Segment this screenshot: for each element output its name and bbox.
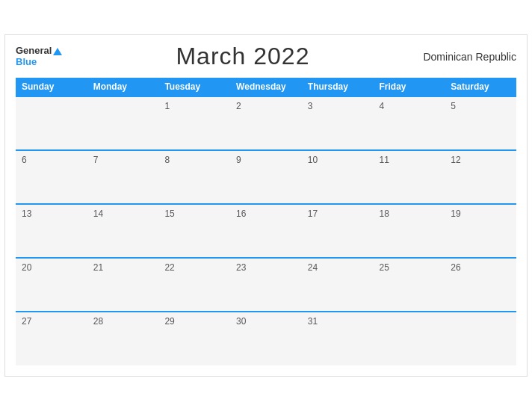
calendar-day-cell: 8 (158, 150, 230, 204)
calendar-day-cell: 16 (230, 204, 302, 258)
day-number: 24 (308, 262, 318, 273)
calendar-day-cell: 4 (374, 96, 445, 150)
calendar-day-cell: 17 (302, 204, 374, 258)
calendar-day-cell: 29 (158, 312, 230, 365)
calendar-day-cell: 30 (230, 312, 302, 365)
calendar-day-cell: 21 (87, 258, 159, 312)
day-number: 30 (236, 316, 246, 327)
calendar-day-cell: 2 (230, 96, 302, 150)
day-number: 16 (236, 208, 246, 219)
day-number: 12 (451, 155, 460, 165)
header-monday: Monday (87, 78, 159, 96)
calendar-header: General Blue March 2022 Dominican Republ… (16, 43, 516, 70)
logo-area: General Blue (16, 46, 62, 67)
header-saturday: Saturday (445, 78, 516, 96)
day-number: 13 (22, 208, 31, 219)
header-friday: Friday (374, 78, 445, 96)
calendar-day-cell: 28 (87, 312, 159, 365)
calendar-week-row: 13141516171819 (16, 204, 516, 258)
day-number: 17 (308, 208, 318, 219)
day-number: 10 (308, 155, 318, 165)
day-number: 4 (380, 101, 385, 111)
day-number: 15 (164, 208, 174, 219)
calendar-day-cell: 3 (302, 96, 374, 150)
day-number: 27 (22, 316, 31, 327)
logo-blue-text: Blue (16, 57, 37, 67)
calendar-day-cell: 22 (158, 258, 230, 312)
day-number: 8 (164, 155, 170, 165)
calendar-week-row: 6789101112 (16, 150, 516, 204)
calendar-day-cell: 19 (445, 204, 516, 258)
calendar-day-cell: 7 (87, 150, 159, 204)
day-number: 20 (22, 262, 31, 273)
calendar-day-cell: 20 (16, 258, 87, 312)
day-number: 26 (451, 262, 460, 273)
calendar-container: General Blue March 2022 Dominican Republ… (4, 34, 528, 377)
calendar-day-cell (374, 312, 445, 365)
logo-general-text: General (16, 46, 62, 56)
calendar-day-cell: 10 (302, 150, 374, 204)
day-number: 5 (451, 101, 456, 111)
calendar-day-cell: 9 (230, 150, 302, 204)
calendar-day-cell: 27 (16, 312, 87, 365)
day-number: 28 (93, 316, 103, 327)
calendar-table: Sunday Monday Tuesday Wednesday Thursday… (16, 78, 516, 365)
day-number: 31 (308, 316, 318, 327)
calendar-day-cell (16, 96, 87, 150)
day-number: 3 (308, 101, 313, 111)
country-label: Dominican Republic (423, 51, 516, 63)
calendar-week-row: 12345 (16, 96, 516, 150)
day-number: 6 (22, 155, 27, 165)
calendar-day-cell (87, 96, 159, 150)
calendar-day-cell: 23 (230, 258, 302, 312)
header-tuesday: Tuesday (158, 78, 230, 96)
day-number: 14 (93, 208, 103, 219)
day-number: 23 (236, 262, 246, 273)
calendar-day-cell: 31 (302, 312, 374, 365)
logo-triangle-icon (53, 48, 62, 55)
day-number: 25 (380, 262, 389, 273)
calendar-day-cell: 15 (158, 204, 230, 258)
calendar-week-row: 2728293031 (16, 312, 516, 365)
header-sunday: Sunday (16, 78, 87, 96)
calendar-day-cell: 25 (374, 258, 445, 312)
day-number: 19 (451, 208, 460, 219)
weekday-header-row: Sunday Monday Tuesday Wednesday Thursday… (16, 78, 516, 96)
day-number: 29 (164, 316, 174, 327)
day-number: 11 (380, 155, 389, 165)
calendar-week-row: 20212223242526 (16, 258, 516, 312)
calendar-day-cell: 5 (445, 96, 516, 150)
calendar-day-cell: 26 (445, 258, 516, 312)
header-thursday: Thursday (302, 78, 374, 96)
day-number: 1 (164, 101, 170, 111)
calendar-day-cell: 11 (374, 150, 445, 204)
day-number: 2 (236, 101, 241, 111)
calendar-day-cell: 6 (16, 150, 87, 204)
day-number: 22 (164, 262, 174, 273)
day-number: 21 (93, 262, 103, 273)
calendar-day-cell: 14 (87, 204, 159, 258)
calendar-day-cell: 24 (302, 258, 374, 312)
month-title: March 2022 (176, 43, 309, 70)
day-number: 9 (236, 155, 241, 165)
calendar-day-cell: 1 (158, 96, 230, 150)
day-number: 18 (380, 208, 389, 219)
calendar-day-cell: 18 (374, 204, 445, 258)
calendar-day-cell: 12 (445, 150, 516, 204)
calendar-day-cell: 13 (16, 204, 87, 258)
day-number: 7 (93, 155, 99, 165)
header-wednesday: Wednesday (230, 78, 302, 96)
calendar-day-cell (445, 312, 516, 365)
